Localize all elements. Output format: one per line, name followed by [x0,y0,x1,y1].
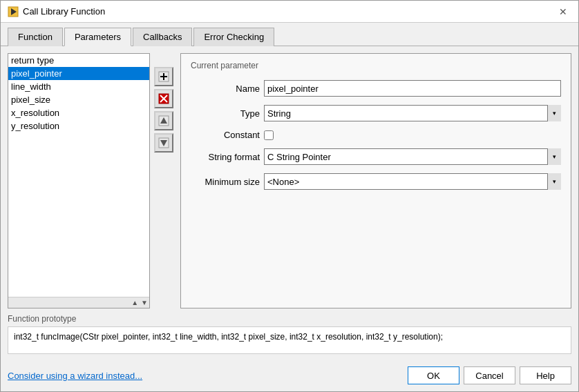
move-down-button[interactable] [154,133,173,153]
current-parameter-panel: Current parameter Name Type Void Numeric… [180,53,571,308]
type-select[interactable]: Void Numeric String Array Struct/Union [264,105,561,121]
list-buttons [154,53,173,308]
left-panel: return type pixel_pointer line_width pix… [8,53,173,308]
title-bar: Call Library Function ✕ [1,1,578,23]
string-format-row: String format C String Pointer Pascal St… [191,148,561,165]
name-input[interactable] [264,80,561,97]
wizard-link[interactable]: Consider using a wizard instead... [8,371,142,381]
prototype-text: int32_t funcImage(CStr pixel_pointer, in… [14,332,443,342]
tab-error-checking[interactable]: Error Checking [193,28,274,46]
tab-bar: Function Parameters Callbacks Error Chec… [1,23,578,46]
name-row: Name [191,80,561,97]
prototype-box: int32_t funcImage(CStr pixel_pointer, in… [8,326,571,354]
list-item-y-resolution[interactable]: y_resolution [8,119,149,133]
prototype-section: Function prototype int32_t funcImage(CSt… [8,314,571,354]
parameter-list-scroll[interactable]: return type pixel_pointer line_width pix… [8,54,149,297]
remove-parameter-button[interactable] [154,89,173,108]
tab-function[interactable]: Function [8,28,63,46]
close-button[interactable]: ✕ [555,5,571,19]
help-button[interactable]: Help [520,366,571,384]
string-format-label: String format [191,152,260,162]
type-label: Type [191,108,260,119]
constant-row: Constant [191,130,561,140]
type-select-wrapper: Void Numeric String Array Struct/Union ▾ [264,105,561,121]
bottom-bar: Consider using a wizard instead... OK Ca… [1,361,578,391]
parameter-list-container: return type pixel_pointer line_width pix… [8,53,150,308]
main-area: return type pixel_pointer line_width pix… [8,53,571,308]
cancel-button[interactable]: Cancel [464,366,515,384]
current-parameter-title: Current parameter [191,61,561,70]
tab-callbacks[interactable]: Callbacks [133,28,192,46]
constant-checkbox-wrapper [264,130,274,140]
constant-label: Constant [191,130,260,140]
type-row: Type Void Numeric String Array Struct/Un… [191,105,561,121]
minimum-size-select-wrapper: <None> 1 2 4 8 ▾ [264,173,561,190]
name-label: Name [191,84,260,94]
list-item-line-width[interactable]: line_width [8,80,149,93]
move-up-button[interactable] [154,111,173,130]
list-item-pixel-pointer[interactable]: pixel_pointer [8,67,149,80]
add-parameter-button[interactable] [154,67,173,86]
dialog: Call Library Function ✕ Function Paramet… [0,0,579,392]
string-format-select[interactable]: C String Pointer Pascal String LabVIEW S… [264,148,561,165]
title-bar-left: Call Library Function [8,6,105,17]
string-format-select-wrapper: C String Pointer Pascal String LabVIEW S… [264,148,561,165]
minimum-size-row: Minimum size <None> 1 2 4 8 ▾ [191,173,561,190]
tab-content: return type pixel_pointer line_width pix… [1,46,578,361]
list-item-return-type[interactable]: return type [8,54,149,67]
list-item-pixel-size[interactable]: pixel_size [8,93,149,106]
dialog-title: Call Library Function [23,6,105,17]
minimum-size-label: Minimum size [191,177,260,187]
minimum-size-select[interactable]: <None> 1 2 4 8 [264,173,561,190]
prototype-label: Function prototype [8,314,571,324]
button-group: OK Cancel Help [408,366,571,384]
dialog-icon [8,6,19,17]
scroll-up-arrow[interactable]: ▲ [131,299,138,306]
constant-checkbox[interactable] [264,130,274,140]
ok-button[interactable]: OK [408,366,459,384]
tab-parameters[interactable]: Parameters [64,28,131,46]
list-item-x-resolution[interactable]: x_resolution [8,106,149,119]
scroll-down-arrow[interactable]: ▼ [141,299,148,306]
